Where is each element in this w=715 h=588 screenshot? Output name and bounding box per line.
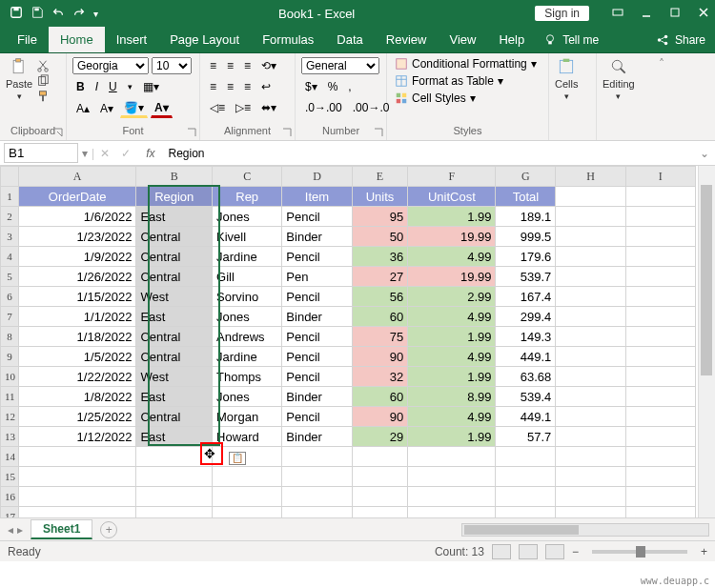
ribbon-display-icon[interactable]: [612, 7, 623, 21]
empty-cell[interactable]: [556, 507, 625, 518]
cell-A3[interactable]: 1/23/2022: [18, 227, 136, 247]
cell-A4[interactable]: 1/9/2022: [18, 247, 136, 267]
font-color-button[interactable]: A▾: [151, 99, 173, 118]
cell-D12[interactable]: Pencil: [282, 407, 352, 427]
row-header-14[interactable]: 14: [1, 447, 19, 467]
cell-D9[interactable]: Pencil: [282, 347, 352, 367]
tab-home[interactable]: Home: [49, 27, 105, 52]
fill-color-button[interactable]: 🪣▾: [120, 99, 148, 118]
empty-cell[interactable]: [556, 447, 625, 467]
font-size-select[interactable]: 10: [152, 57, 192, 74]
empty-cell[interactable]: [496, 487, 556, 507]
empty-cell[interactable]: [496, 467, 556, 487]
row-header-11[interactable]: 11: [1, 387, 19, 407]
cell-C10[interactable]: Thomps: [213, 367, 282, 387]
tab-view[interactable]: View: [438, 27, 487, 52]
empty-cell[interactable]: [556, 387, 625, 407]
editing-button[interactable]: Editing▾: [603, 57, 635, 101]
row-header-15[interactable]: 15: [1, 467, 19, 487]
increase-decimal-icon[interactable]: .0→.00: [301, 99, 346, 116]
row-header-4[interactable]: 4: [1, 247, 19, 267]
cell-B2[interactable]: East: [136, 207, 213, 227]
empty-cell[interactable]: [496, 447, 556, 467]
empty-cell[interactable]: [408, 467, 496, 487]
clipboard-dialog-launcher-icon[interactable]: [52, 127, 64, 138]
signin-button[interactable]: Sign in: [535, 6, 589, 21]
empty-cell[interactable]: [625, 247, 695, 267]
cell-A8[interactable]: 1/18/2022: [18, 327, 136, 347]
save-icon[interactable]: [31, 6, 44, 22]
cell-B9[interactable]: Central: [136, 347, 213, 367]
cell-G5[interactable]: 539.7: [496, 267, 556, 287]
page-layout-view-button[interactable]: [519, 544, 538, 559]
horizontal-scrollbar[interactable]: [461, 523, 709, 537]
cell-C3[interactable]: Kivell: [213, 227, 282, 247]
undo-icon[interactable]: [51, 6, 65, 22]
empty-cell[interactable]: [282, 467, 352, 487]
format-painter-icon[interactable]: [36, 90, 50, 103]
cell-E8[interactable]: 75: [352, 327, 408, 347]
cell-header-Region[interactable]: Region: [136, 187, 213, 207]
cell-E10[interactable]: 32: [352, 367, 408, 387]
decrease-indent-icon[interactable]: ◁≡: [206, 99, 229, 116]
row-header-8[interactable]: 8: [1, 327, 19, 347]
cell-F3[interactable]: 19.99: [408, 227, 496, 247]
cell-E13[interactable]: 29: [352, 427, 408, 447]
cell-C9[interactable]: Jardine: [213, 347, 282, 367]
cell-E6[interactable]: 56: [352, 287, 408, 307]
col-header-A[interactable]: A: [18, 167, 136, 187]
conditional-formatting-button[interactable]: Conditional Formatting▾: [393, 57, 539, 71]
align-top-icon[interactable]: ≡: [206, 57, 220, 74]
cell-A9[interactable]: 1/5/2022: [18, 347, 136, 367]
row-header-12[interactable]: 12: [1, 407, 19, 427]
empty-cell[interactable]: [556, 247, 625, 267]
format-as-table-button[interactable]: Format as Table▾: [393, 74, 505, 88]
cell-F8[interactable]: 1.99: [408, 327, 496, 347]
col-header-C[interactable]: C: [213, 167, 282, 187]
cell-G2[interactable]: 189.1: [496, 207, 556, 227]
paste-options-icon[interactable]: 📋: [229, 452, 246, 465]
cell-C8[interactable]: Andrews: [213, 327, 282, 347]
cell-G12[interactable]: 449.1: [496, 407, 556, 427]
copy-icon[interactable]: [36, 74, 50, 88]
empty-cell[interactable]: [136, 487, 213, 507]
cell-C12[interactable]: Morgan: [213, 407, 282, 427]
empty-cell[interactable]: [352, 487, 408, 507]
normal-view-button[interactable]: [492, 544, 511, 559]
empty-cell[interactable]: [625, 467, 695, 487]
cell-F12[interactable]: 4.99: [408, 407, 496, 427]
cell-header-OrderDate[interactable]: OrderDate: [18, 187, 136, 207]
wrap-text-icon[interactable]: ↩: [257, 78, 275, 95]
row-header-10[interactable]: 10: [1, 367, 19, 387]
cell-D7[interactable]: Binder: [282, 307, 352, 327]
cell-A2[interactable]: 1/6/2022: [18, 207, 136, 227]
col-header-D[interactable]: D: [282, 167, 352, 187]
redo-icon[interactable]: [72, 6, 86, 22]
col-header-G[interactable]: G: [496, 167, 556, 187]
paste-button[interactable]: Paste▾: [6, 57, 32, 101]
cell-A6[interactable]: 1/15/2022: [18, 287, 136, 307]
cell-E4[interactable]: 36: [352, 247, 408, 267]
cell-header-Total[interactable]: Total: [496, 187, 556, 207]
font-dialog-launcher-icon[interactable]: [186, 127, 197, 138]
empty-cell[interactable]: [282, 447, 352, 467]
empty-cell[interactable]: [213, 507, 282, 518]
cell-B5[interactable]: Central: [136, 267, 213, 287]
expand-formula-icon[interactable]: ⌄: [694, 147, 715, 160]
cell-B8[interactable]: Central: [136, 327, 213, 347]
cell-E7[interactable]: 60: [352, 307, 408, 327]
cell-B3[interactable]: Central: [136, 227, 213, 247]
empty-cell[interactable]: [352, 507, 408, 518]
empty-cell[interactable]: [556, 407, 625, 427]
cell-C2[interactable]: Jones: [213, 207, 282, 227]
row-header-17[interactable]: 17: [1, 507, 19, 518]
dropdown-icon[interactable]: ▾: [78, 147, 92, 160]
alignment-dialog-launcher-icon[interactable]: [281, 127, 293, 138]
empty-cell[interactable]: [625, 487, 695, 507]
font-name-select[interactable]: Georgia: [72, 57, 149, 74]
row-header-13[interactable]: 13: [1, 427, 19, 447]
accounting-format-icon[interactable]: $▾: [301, 78, 321, 95]
empty-cell[interactable]: [18, 487, 136, 507]
cell-header-Rep[interactable]: Rep: [213, 187, 282, 207]
cell-D4[interactable]: Pencil: [282, 247, 352, 267]
